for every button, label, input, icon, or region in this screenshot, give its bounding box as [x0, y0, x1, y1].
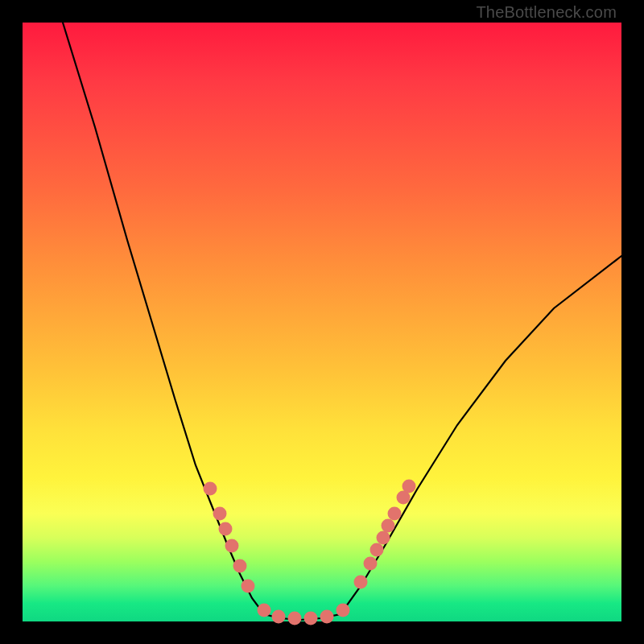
- chart-plot-area: [23, 23, 621, 621]
- data-dot: [288, 612, 302, 625]
- watermark-text: TheBottleneck.com: [476, 3, 617, 22]
- chart-svg: [23, 23, 621, 621]
- data-dot: [204, 482, 217, 496]
- data-dot: [388, 507, 402, 521]
- data-dot: [320, 610, 334, 624]
- data-dot: [213, 507, 227, 521]
- data-dot: [402, 480, 416, 493]
- data-dot: [258, 604, 271, 617]
- valley-curve: [63, 23, 621, 620]
- data-dot: [219, 522, 233, 536]
- data-dot: [336, 604, 350, 617]
- data-dot: [364, 557, 378, 571]
- data-dot: [233, 559, 247, 573]
- data-dot: [354, 576, 368, 589]
- chart-frame: TheBottleneck.com: [0, 0, 644, 644]
- data-dot: [377, 531, 390, 545]
- data-dot: [272, 610, 286, 624]
- data-dots: [204, 480, 416, 625]
- data-dot: [304, 612, 318, 625]
- data-dot: [242, 580, 255, 593]
- data-dot: [225, 539, 239, 553]
- data-dot: [382, 519, 395, 533]
- data-dot: [370, 543, 384, 557]
